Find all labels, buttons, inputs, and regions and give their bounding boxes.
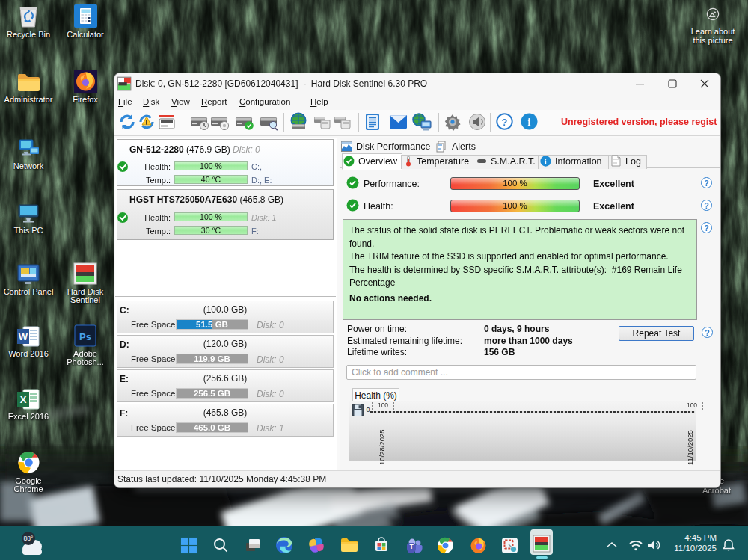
svg-text:W: W: [19, 331, 28, 342]
svg-text:X: X: [20, 394, 27, 405]
svg-text:i: i: [545, 158, 547, 166]
svg-text:T: T: [409, 543, 414, 550]
svg-text:Ps: Ps: [79, 331, 91, 342]
svg-text:i: i: [528, 117, 531, 128]
svg-text:?: ?: [502, 117, 508, 128]
svg-text:88°: 88°: [24, 535, 34, 542]
